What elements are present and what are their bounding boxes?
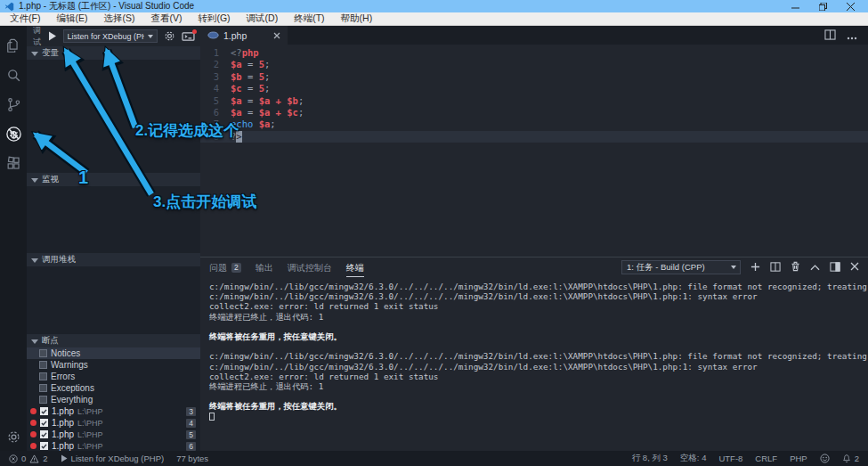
checkbox-unchecked[interactable]: [39, 361, 47, 369]
error-count: 0: [21, 454, 26, 463]
checkbox-checked[interactable]: [40, 442, 48, 450]
indentation-status[interactable]: 空格: 4: [680, 453, 707, 464]
line-number: 1: [200, 47, 231, 59]
debug-console-icon[interactable]: [182, 31, 195, 42]
terminal-output[interactable]: c:/mingw/bin/../lib/gcc/mingw32/6.3.0/..…: [200, 277, 868, 451]
notifications-bell[interactable]: 2: [842, 454, 859, 463]
configure-gear-icon[interactable]: [164, 30, 175, 42]
checkbox-checked[interactable]: [40, 407, 48, 415]
breakpoint-global-row[interactable]: Warnings: [27, 359, 200, 371]
search-icon[interactable]: [0, 61, 27, 90]
problems-status[interactable]: 0 2: [9, 454, 48, 463]
terminal-line: 终端进程已终止，退出代码: 1: [209, 381, 868, 391]
code-line[interactable]: 3$b = 5;: [200, 71, 868, 83]
cursor-position-status[interactable]: 行 8, 列 3: [632, 453, 668, 464]
kill-terminal-icon[interactable]: [791, 261, 800, 274]
code-line[interactable]: 8?>: [200, 131, 868, 143]
terminal-dropdown[interactable]: 1: 任务 - Build (CPP): [621, 260, 741, 274]
debug-icon[interactable]: [0, 119, 27, 149]
section-breakpoints[interactable]: 断点: [27, 334, 200, 347]
section-label: 断点: [42, 335, 59, 347]
eol-status[interactable]: CRLF: [755, 454, 777, 463]
checkbox-unchecked[interactable]: [39, 396, 47, 404]
panel-position-icon[interactable]: [830, 262, 840, 274]
checkbox-checked[interactable]: [40, 419, 48, 427]
debug-config-dropdown[interactable]: Listen for XDebug (PHI: [63, 29, 158, 43]
checkbox-unchecked[interactable]: [39, 349, 47, 357]
section-watch[interactable]: 监视: [27, 173, 200, 186]
code-token: =: [242, 107, 259, 119]
menu-item[interactable]: 调试(D): [239, 12, 287, 25]
breakpoint-file-row[interactable]: 1.phpL:\PHP5: [27, 429, 200, 440]
close-tab-icon[interactable]: [273, 32, 280, 39]
maximize-panel-icon[interactable]: [810, 263, 820, 273]
checkbox-checked[interactable]: [40, 430, 48, 438]
breakpoint-file-row[interactable]: 1.phpL:\PHP6: [27, 440, 200, 451]
breakpoint-global-row[interactable]: Errors: [27, 371, 200, 382]
debug-status-label: Listen for XDebug (PHP): [71, 454, 165, 463]
panel-actions: 1: 任务 - Build (CPP): [621, 260, 859, 274]
code-line[interactable]: 5$a = $a + $b;: [200, 95, 868, 107]
split-editor-icon[interactable]: [824, 28, 836, 44]
language-status[interactable]: PHP: [790, 454, 807, 463]
explorer-icon[interactable]: [0, 31, 27, 61]
breakpoint-global-label: Exceptions: [51, 383, 94, 393]
menu-item[interactable]: 编辑(E): [48, 12, 95, 25]
activity-bar: [0, 26, 27, 451]
menu-item[interactable]: 查看(V): [142, 12, 190, 25]
terminal-line: 终端将被任务重用，按任意键关闭。: [209, 401, 868, 411]
panel-tab-输出[interactable]: 输出: [256, 258, 273, 277]
breakpoint-file-row[interactable]: 1.phpL:\PHP3: [27, 405, 200, 417]
new-terminal-icon[interactable]: [750, 262, 760, 274]
checkbox-unchecked[interactable]: [39, 372, 47, 380]
warning-count: 2: [43, 454, 47, 463]
bell-icon: [842, 454, 851, 463]
menu-item[interactable]: 帮助(H): [333, 12, 381, 25]
breakpoint-file-row[interactable]: 1.phpL:\PHP4: [27, 417, 200, 429]
start-debug-button[interactable]: [48, 31, 57, 41]
code-token: echo: [231, 119, 253, 130]
line-number: 2: [200, 59, 231, 70]
tab-1php[interactable]: 1.php: [200, 26, 288, 45]
code-line[interactable]: 4$c = 5;: [200, 83, 868, 94]
code-token: =: [242, 95, 259, 107]
panel-tab-终端[interactable]: 终端: [346, 258, 364, 277]
section-variables[interactable]: 变量: [27, 46, 200, 60]
chevron-down-icon: [148, 35, 153, 38]
menu-item[interactable]: 终端(T): [286, 12, 332, 25]
manage-gear-icon[interactable]: [0, 429, 27, 445]
restore-button[interactable]: [819, 3, 827, 11]
breakpoint-global-row[interactable]: Exceptions: [27, 382, 200, 394]
panel-tab-问题[interactable]: 问题2: [209, 258, 241, 277]
menu-item[interactable]: 转到(G): [190, 12, 238, 25]
code-token: $b: [231, 71, 242, 83]
code-line[interactable]: 2$a = 5;: [200, 59, 868, 70]
close-button[interactable]: [847, 3, 855, 11]
code-token: =: [242, 71, 259, 83]
split-terminal-icon[interactable]: [770, 262, 781, 274]
code-editor[interactable]: 1<?php2$a = 5;3$b = 5;4$c = 5;5$a = $a +…: [200, 45, 868, 257]
code-line[interactable]: 1<?php: [200, 47, 868, 59]
menu-item[interactable]: 文件(F): [2, 12, 48, 25]
code-line[interactable]: 7echo $a;: [200, 119, 868, 130]
breakpoint-file-path: L:\PHP: [77, 407, 103, 416]
panel-tab-badge: 2: [231, 263, 241, 273]
breakpoint-global-row[interactable]: Everything: [27, 394, 200, 405]
code-line[interactable]: 6$a = $a + $c;: [200, 107, 868, 119]
minimize-button[interactable]: [791, 3, 799, 11]
close-panel-icon[interactable]: [850, 262, 859, 273]
code-token: $c: [287, 107, 298, 119]
debug-status[interactable]: Listen for XDebug (PHP): [61, 454, 165, 463]
panel-tab-调试控制台[interactable]: 调试控制台: [288, 258, 332, 277]
extensions-icon[interactable]: [0, 149, 27, 178]
breakpoint-global-row[interactable]: Notices: [27, 347, 200, 359]
checkbox-unchecked[interactable]: [39, 384, 47, 392]
encoding-status[interactable]: UTF-8: [718, 454, 742, 463]
section-call-stack[interactable]: 调用堆栈: [27, 253, 200, 266]
source-control-icon[interactable]: [0, 90, 27, 119]
menu-item[interactable]: 选择(S): [95, 12, 142, 25]
code-token: $b: [287, 95, 298, 107]
more-actions-icon[interactable]: [847, 28, 857, 44]
feedback-smiley-icon[interactable]: [820, 454, 830, 463]
breakpoint-file-path: L:\PHP: [77, 430, 103, 439]
